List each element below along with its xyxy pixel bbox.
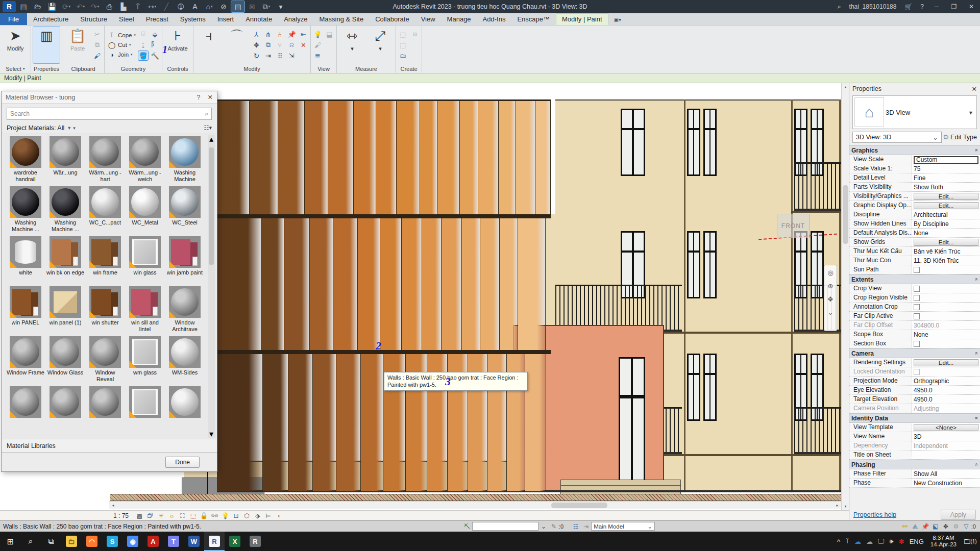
material-thumbnail[interactable] — [169, 236, 201, 268]
tab-enscape-[interactable]: Enscape™ — [511, 14, 555, 25]
property-value[interactable]: <None> — [912, 423, 980, 432]
panel-caret[interactable]: ▾ — [23, 66, 25, 71]
funnel-icon[interactable]: ▼ — [67, 126, 71, 131]
switch-windows-button[interactable]: ⧉▾ — [260, 1, 273, 12]
material-item[interactable]: Wärm...ung - weich — [126, 136, 164, 183]
section-button[interactable]: ⊘ — [217, 1, 230, 12]
section-collapse-icon[interactable]: » — [974, 417, 979, 420]
onedrive-blue-icon[interactable]: ☁ — [852, 537, 864, 545]
facade-panel[interactable] — [354, 99, 376, 214]
undo-button-caret[interactable]: ▾ — [83, 5, 85, 9]
detail-level-icon[interactable]: 🗇 — [145, 511, 155, 520]
switch-windows-button-caret[interactable]: ▾ — [268, 5, 271, 9]
grid-scroll-thumb[interactable] — [209, 147, 214, 265]
section-header-graphics[interactable]: Graphics» — [849, 145, 980, 155]
apply-button[interactable]: Apply — [941, 510, 976, 520]
facade-panel[interactable] — [380, 218, 402, 350]
property-value[interactable]: Edit... — [912, 358, 980, 367]
section-header-identity-data[interactable]: Identity Data» — [849, 413, 980, 423]
close-hidden-windows-button[interactable]: ⊠ — [246, 1, 259, 12]
facade-panel[interactable] — [437, 99, 460, 214]
text-button[interactable]: A — [188, 1, 202, 12]
teams-button[interactable]: T — [163, 532, 184, 551]
section-header-camera[interactable]: Camera» — [849, 348, 980, 358]
sync-button-caret[interactable]: ▾ — [69, 5, 71, 9]
reveal-hidden-elements-icon[interactable]: 💡 — [220, 511, 230, 520]
match-type-icon[interactable]: 🖌 — [92, 51, 102, 60]
material-item[interactable]: win bk on edge — [46, 236, 84, 283]
tab-annotate[interactable]: Annotate — [240, 14, 278, 25]
acrobat-button[interactable]: A — [143, 532, 163, 551]
highlight-displacement-icon[interactable]: ⬗ — [253, 511, 262, 520]
dimension-tool-caret[interactable]: ▾ — [379, 45, 382, 52]
material-item[interactable]: WC_Steel — [166, 186, 204, 233]
select-links-toggle[interactable]: ⚯ — [900, 523, 910, 530]
collapse-icon[interactable]: ‹ — [274, 511, 284, 520]
material-item[interactable]: white — [7, 236, 44, 283]
property-value[interactable]: 304800.0 — [912, 321, 980, 330]
save-button[interactable]: 💾 — [45, 1, 59, 12]
property-value[interactable]: Bản vẽ Kiến Trúc — [912, 247, 980, 256]
properties-help-link[interactable]: Properties help — [853, 511, 896, 518]
checkbox[interactable] — [914, 267, 920, 273]
facade-panel[interactable] — [284, 218, 310, 350]
material-item[interactable] — [166, 386, 204, 433]
facade-panel[interactable] — [250, 99, 278, 214]
scroll-down-arrow[interactable]: ▾ — [842, 503, 849, 510]
edit-button[interactable]: Edit... — [914, 359, 978, 366]
close-button[interactable]: ✕ — [963, 0, 980, 13]
workset-caret-icon[interactable]: ⌄ — [538, 523, 549, 530]
horizontal-scroll-thumb[interactable] — [551, 503, 607, 508]
tab-file[interactable]: File — [0, 13, 27, 25]
scroll-left-arrow[interactable]: ◂ — [109, 502, 117, 509]
material-thumbnail[interactable] — [50, 286, 81, 318]
property-value[interactable]: Edit... — [912, 201, 980, 210]
property-value[interactable]: None — [912, 229, 980, 237]
reveal-constraints-icon[interactable]: ⊨ — [263, 511, 273, 520]
material-thumbnail[interactable] — [50, 136, 81, 168]
material-thumbnail[interactable] — [10, 136, 41, 168]
unlocked-view-icon[interactable]: 🔓 — [199, 511, 209, 520]
word-button[interactable]: W — [184, 532, 204, 551]
meet-now-icon[interactable]: ⍡ — [843, 537, 852, 545]
measure-tool[interactable]: ⇿▾ — [339, 27, 365, 63]
section-header-phasing[interactable]: Phasing» — [849, 460, 980, 469]
combobox-caret-icon[interactable]: ⌄ — [933, 134, 938, 141]
view-scale-control[interactable]: 1 : 75 — [113, 512, 129, 519]
done-button[interactable]: Done — [165, 457, 200, 468]
facade-panel[interactable] — [310, 218, 333, 350]
hidden-icons-chevron[interactable]: ^ — [835, 537, 843, 545]
trim-extend-icon[interactable]: ⇥ — [263, 51, 273, 60]
offset-lines-icon[interactable]: ⍮ — [138, 40, 148, 49]
measure-line-button[interactable]: ╱ — [160, 1, 173, 12]
app-store-cart-icon[interactable]: 🛒 — [900, 0, 916, 13]
property-value[interactable] — [912, 367, 980, 376]
property-value[interactable]: 3D — [912, 432, 980, 441]
facade-panel[interactable] — [278, 99, 305, 214]
facade-panel[interactable] — [478, 99, 499, 214]
property-value[interactable]: By Discipline — [912, 219, 980, 228]
network-icon[interactable]: 🖵 — [875, 537, 887, 545]
open-documents-icon[interactable]: ▤ — [17, 1, 30, 12]
material-item[interactable]: win sill and lintel — [126, 286, 164, 333]
tab-insert[interactable]: Insert — [212, 14, 240, 25]
dimension-tool[interactable]: ⤢▾ — [367, 27, 394, 63]
property-value[interactable]: Edit... — [912, 192, 980, 201]
horizontal-scrollbar[interactable]: ◂ ▸ — [109, 501, 841, 509]
material-thumbnail[interactable] — [129, 386, 161, 418]
facade-panel[interactable] — [460, 99, 478, 214]
open-button[interactable]: 🗁 — [31, 1, 44, 12]
material-search-input[interactable]: Search ⌕ — [7, 108, 212, 120]
tab-collaborate[interactable]: Collaborate — [370, 14, 415, 25]
property-value[interactable]: Architectural — [912, 210, 980, 219]
property-value[interactable]: None — [912, 330, 980, 339]
material-thumbnail[interactable] — [169, 286, 201, 318]
facade-panel[interactable] — [518, 218, 546, 350]
select-pinned-toggle[interactable]: 📌 — [920, 523, 930, 530]
facade-panel[interactable] — [262, 218, 284, 350]
aligned-dimension-button-caret[interactable]: ▾ — [155, 5, 157, 9]
material-item[interactable]: Washing Machine — [166, 136, 204, 183]
cut-profile-icon[interactable]: ≣ — [313, 51, 323, 60]
facade-panel[interactable] — [525, 354, 546, 491]
restore-button[interactable]: ❐ — [945, 0, 963, 13]
